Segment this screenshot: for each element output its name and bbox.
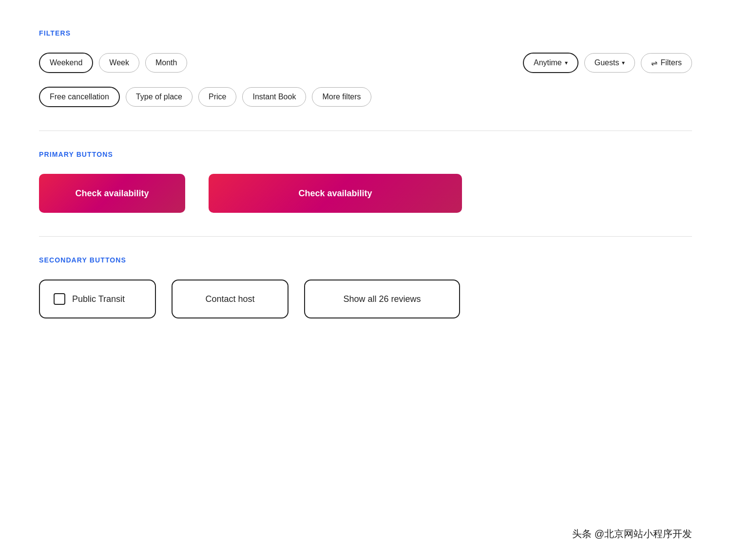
chip-filters[interactable]: ⇌ Filters — [641, 53, 692, 73]
primary-buttons-section-title: PRIMARY BUTTONS — [39, 150, 692, 158]
chip-instant-book[interactable]: Instant Book — [242, 87, 306, 107]
filter-row-2: Free cancellation Type of place Price In… — [39, 87, 692, 107]
filters-section-title: FILTERS — [39, 29, 692, 37]
public-transit-label: Public Transit — [72, 294, 125, 304]
show-all-reviews-button[interactable]: Show all 26 reviews — [304, 280, 460, 318]
chip-anytime-label: Anytime — [534, 58, 562, 67]
divider-1 — [39, 131, 692, 131]
chip-guests[interactable]: Guests ▾ — [584, 53, 635, 73]
primary-buttons-row: Check availability Check availability — [39, 174, 692, 213]
sliders-icon: ⇌ — [651, 58, 657, 68]
chip-month[interactable]: Month — [145, 53, 187, 73]
chip-filters-label: Filters — [660, 58, 682, 67]
chip-type-of-place[interactable]: Type of place — [126, 87, 192, 107]
public-transit-button[interactable]: Public Transit — [39, 280, 156, 318]
chip-guests-label: Guests — [595, 58, 619, 67]
secondary-buttons-row: Public Transit Contact host Show all 26 … — [39, 280, 692, 318]
chevron-down-icon: ▾ — [622, 59, 625, 66]
chip-price[interactable]: Price — [198, 87, 236, 107]
chip-week[interactable]: Week — [99, 53, 139, 73]
checkbox-icon — [54, 293, 65, 305]
contact-host-button[interactable]: Contact host — [172, 280, 289, 318]
filters-section: FILTERS Weekend Week Month Anytime ▾ Gue… — [39, 29, 692, 107]
divider-2 — [39, 236, 692, 237]
chip-weekend[interactable]: Weekend — [39, 53, 93, 73]
chip-free-cancellation[interactable]: Free cancellation — [39, 87, 120, 107]
chip-anytime[interactable]: Anytime ▾ — [523, 53, 578, 73]
secondary-buttons-section: SECONDARY BUTTONS Public Transit Contact… — [39, 256, 692, 318]
filter-row-1: Weekend Week Month Anytime ▾ Guests ▾ ⇌ … — [39, 53, 692, 73]
secondary-buttons-section-title: SECONDARY BUTTONS — [39, 256, 692, 264]
chevron-down-icon: ▾ — [565, 59, 568, 66]
check-availability-button-large[interactable]: Check availability — [209, 174, 462, 213]
chip-more-filters[interactable]: More filters — [312, 87, 371, 107]
watermark-text: 头条 @北京网站小程序开发 — [572, 527, 692, 541]
check-availability-button-small[interactable]: Check availability — [39, 174, 185, 213]
primary-buttons-section: PRIMARY BUTTONS Check availability Check… — [39, 150, 692, 213]
